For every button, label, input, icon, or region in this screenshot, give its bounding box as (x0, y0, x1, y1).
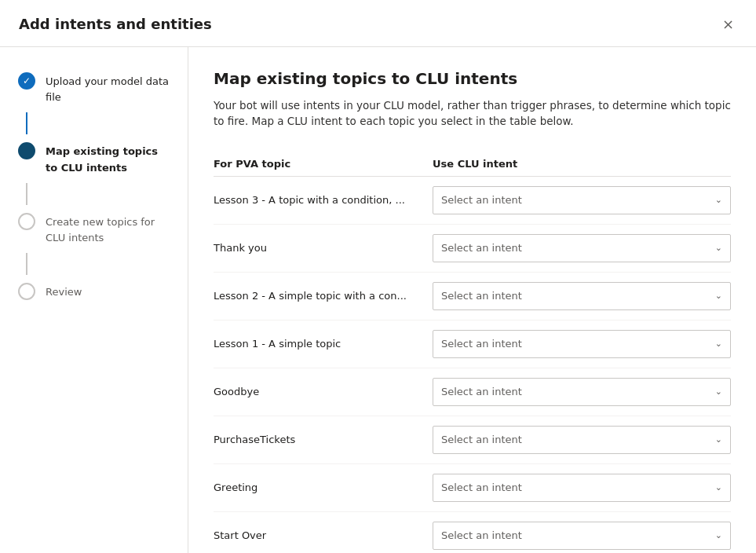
close-button[interactable]: × (719, 13, 737, 35)
step-label-create: Create new topics for CLU intents (46, 216, 155, 244)
intent-select-control[interactable]: Select an intent⌄ (433, 522, 731, 550)
intent-placeholder: Select an intent (441, 386, 522, 397)
table-header: For PVA topic Use CLU intent (214, 152, 731, 177)
table-row: Start OverSelect an intent⌄ (214, 512, 731, 554)
step-text-review: Review (46, 283, 82, 299)
step-label-review: Review (46, 286, 82, 298)
step-connector-1 (26, 112, 27, 134)
step-indicator-col-1: ✓ (16, 72, 38, 90)
step-text-create: Create new topics for CLU intents (46, 213, 172, 245)
dialog-header: Add intents and entities × (0, 0, 756, 47)
step-circle-create (18, 213, 35, 230)
step-map: Map existing topics to CLU intents (0, 136, 188, 181)
topic-name: Thank you (214, 242, 433, 254)
close-icon: × (722, 16, 734, 32)
table-row: Thank youSelect an intent⌄ (214, 225, 731, 273)
intent-select: Select an intent⌄ (433, 426, 731, 454)
intent-select-control[interactable]: Select an intent⌄ (433, 186, 731, 214)
step-indicator-col-4 (16, 283, 38, 300)
step-indicator-col-2 (16, 142, 38, 159)
topic-name: Goodbye (214, 386, 433, 397)
step-label-upload: Upload your model data file (46, 75, 169, 103)
step-create: Create new topics for CLU intents (0, 207, 188, 251)
main-content: Map existing topics to CLU intents Your … (188, 47, 756, 553)
topic-name: Lesson 1 - A simple topic (214, 338, 433, 350)
intent-select: Select an intent⌄ (433, 186, 731, 214)
chevron-down-icon: ⌄ (715, 482, 722, 493)
step-label-map: Map existing topics to CLU intents (46, 145, 158, 173)
chevron-down-icon: ⌄ (715, 530, 722, 540)
intent-placeholder: Select an intent (441, 290, 522, 302)
intent-select-control[interactable]: Select an intent⌄ (433, 234, 731, 262)
chevron-down-icon: ⌄ (715, 243, 722, 253)
intent-select-control[interactable]: Select an intent⌄ (433, 330, 731, 358)
main-title: Map existing topics to CLU intents (214, 69, 731, 88)
connector-1 (0, 111, 188, 136)
intent-placeholder: Select an intent (441, 529, 522, 541)
chevron-down-icon: ⌄ (715, 339, 722, 349)
intent-placeholder: Select an intent (441, 338, 522, 350)
step-circle-review (18, 283, 35, 300)
col-header-clu: Use CLU intent (433, 158, 731, 170)
main-description: Your bot will use intents in your CLU mo… (214, 97, 731, 130)
connector-spacer-3 (16, 251, 38, 276)
chevron-down-icon: ⌄ (715, 434, 722, 445)
col-header-pva: For PVA topic (214, 158, 433, 170)
step-connector-3 (26, 253, 27, 275)
step-circle-upload: ✓ (18, 72, 35, 90)
table-row: GoodbyeSelect an intent⌄ (214, 368, 731, 416)
topic-name: PurchaseTickets (214, 434, 433, 445)
step-review: Review (0, 276, 188, 306)
table-row: GreetingSelect an intent⌄ (214, 464, 731, 512)
table-row: Lesson 3 - A topic with a condition, ...… (214, 177, 731, 225)
chevron-down-icon: ⌄ (715, 291, 722, 301)
chevron-down-icon: ⌄ (715, 386, 722, 397)
table-row: Lesson 2 - A simple topic with a con...S… (214, 273, 731, 320)
intent-select: Select an intent⌄ (433, 474, 731, 502)
step-circle-map (18, 142, 35, 159)
connector-3 (0, 251, 188, 276)
chevron-down-icon: ⌄ (715, 195, 722, 205)
step-indicator-col-3 (16, 213, 38, 230)
connector-2 (0, 181, 188, 207)
step-text-upload: Upload your model data file (46, 72, 172, 104)
step-text-map: Map existing topics to CLU intents (46, 142, 172, 174)
intent-select: Select an intent⌄ (433, 330, 731, 358)
connector-spacer-1 (16, 111, 38, 136)
intent-select: Select an intent⌄ (433, 522, 731, 550)
topic-name: Start Over (214, 529, 433, 541)
step-connector-2 (26, 183, 27, 205)
sidebar: ✓ Upload your model data file (0, 47, 188, 553)
topic-name: Lesson 2 - A simple topic with a con... (214, 290, 433, 302)
intent-select: Select an intent⌄ (433, 234, 731, 262)
dialog-body: ✓ Upload your model data file (0, 47, 756, 553)
intent-select: Select an intent⌄ (433, 378, 731, 406)
intent-select-control[interactable]: Select an intent⌄ (433, 282, 731, 310)
intent-select-control[interactable]: Select an intent⌄ (433, 474, 731, 502)
table-row: PurchaseTicketsSelect an intent⌄ (214, 416, 731, 464)
topic-name: Lesson 3 - A topic with a condition, ... (214, 194, 433, 206)
intent-select-control[interactable]: Select an intent⌄ (433, 378, 731, 406)
table-row: Lesson 1 - A simple topicSelect an inten… (214, 320, 731, 368)
connector-spacer-2 (16, 181, 38, 207)
intent-placeholder: Select an intent (441, 194, 522, 206)
intent-placeholder: Select an intent (441, 482, 522, 493)
dialog-title: Add intents and entities (19, 16, 212, 32)
topic-name: Greeting (214, 482, 433, 493)
intent-select: Select an intent⌄ (433, 282, 731, 310)
intent-placeholder: Select an intent (441, 242, 522, 254)
step-upload: ✓ Upload your model data file (0, 66, 188, 111)
check-icon-upload: ✓ (23, 75, 31, 86)
add-intents-dialog: Add intents and entities × ✓ Upload your… (0, 0, 756, 553)
intent-select-control[interactable]: Select an intent⌄ (433, 426, 731, 454)
intent-placeholder: Select an intent (441, 434, 522, 445)
table-rows: Lesson 3 - A topic with a condition, ...… (214, 177, 731, 554)
